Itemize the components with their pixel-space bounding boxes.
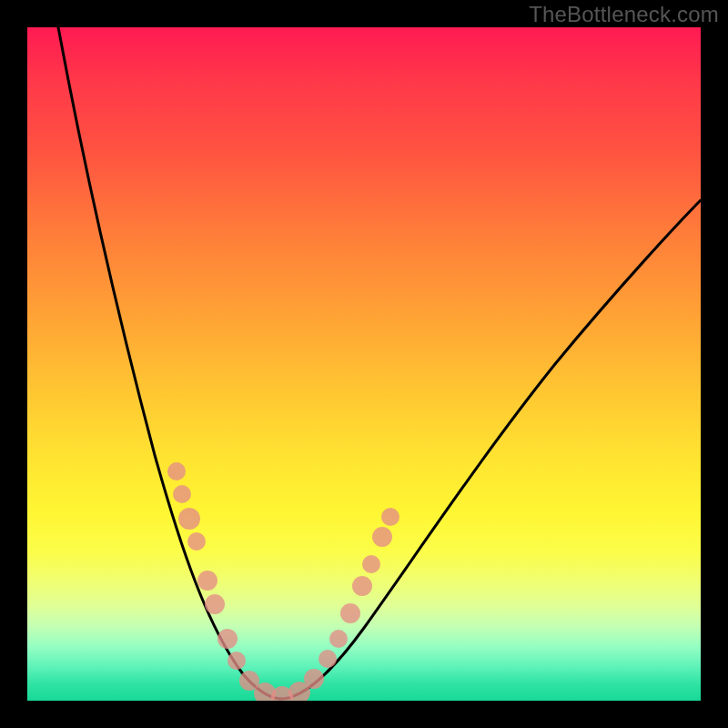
data-point	[372, 527, 392, 547]
curve-right	[280, 200, 701, 699]
data-point	[167, 462, 186, 480]
data-dots-group	[167, 462, 399, 701]
plot-area	[27, 27, 701, 701]
data-point	[352, 576, 372, 596]
data-point	[340, 603, 360, 623]
data-point	[318, 650, 337, 668]
data-point	[205, 594, 225, 614]
data-point	[217, 629, 238, 649]
chart-container: TheBottleneck.com	[0, 0, 728, 728]
data-point	[228, 652, 246, 670]
data-point	[187, 532, 206, 551]
data-point	[304, 669, 324, 689]
data-point	[197, 571, 217, 591]
curve-svg	[27, 27, 701, 701]
data-point	[173, 485, 191, 503]
data-point	[178, 508, 200, 530]
curve-left	[58, 27, 280, 699]
watermark-label: TheBottleneck.com	[529, 2, 719, 27]
data-point	[362, 555, 380, 573]
data-point	[329, 630, 348, 648]
data-point	[381, 508, 399, 526]
